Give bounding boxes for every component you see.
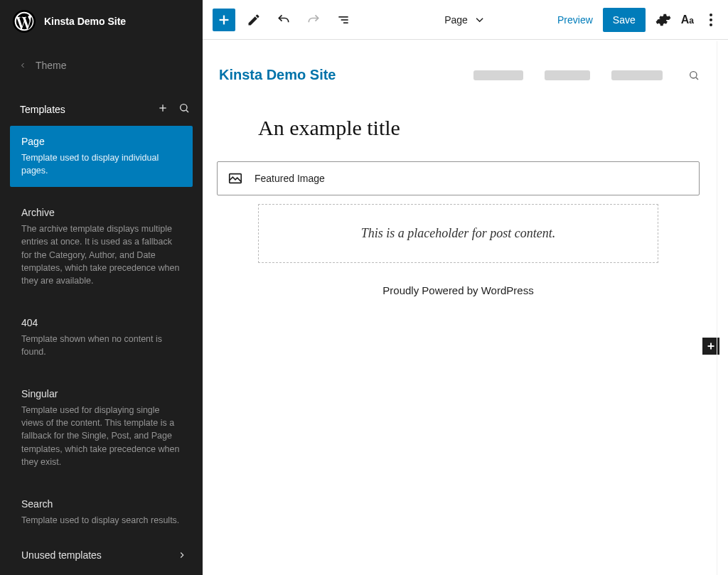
template-desc: The archive template displays multiple e… — [21, 222, 181, 287]
add-template-button[interactable] — [157, 102, 168, 116]
inserter-toggle-button[interactable] — [213, 9, 235, 31]
redo-button[interactable] — [302, 9, 325, 31]
template-item-404[interactable]: 404 Template shown when no content is fo… — [10, 307, 193, 368]
nav-item-placeholder — [545, 70, 590, 80]
featured-image-label: Featured Image — [255, 173, 325, 184]
canvas-scrollbar[interactable] — [717, 41, 728, 575]
plus-icon — [216, 12, 232, 28]
nav-item-placeholder — [611, 70, 663, 80]
editor-toolbar: Page Preview Save Aa — [203, 0, 728, 40]
redo-icon — [306, 13, 321, 27]
search-icon — [178, 102, 190, 114]
editor-canvas[interactable]: Kinsta Demo Site An example title Featur… — [203, 40, 728, 575]
save-button[interactable]: Save — [603, 8, 646, 32]
settings-button[interactable] — [655, 12, 671, 28]
pencil-icon — [247, 13, 261, 27]
template-title: Page — [21, 136, 181, 147]
editor-main: Page Preview Save Aa Kinsta Demo Site — [203, 0, 728, 575]
chevron-down-icon — [473, 14, 486, 26]
svg-point-9 — [690, 71, 697, 77]
template-title: Singular — [21, 388, 181, 399]
search-toggle-button[interactable] — [688, 70, 700, 81]
template-list: Page Template used to display individual… — [0, 126, 203, 537]
site-title-block[interactable]: Kinsta Demo Site — [219, 67, 336, 83]
template-item-page[interactable]: Page Template used to display individual… — [10, 126, 193, 187]
back-to-theme-button[interactable]: Theme — [0, 43, 203, 88]
template-desc: Template shown when no content is found. — [21, 333, 181, 358]
svg-line-3 — [186, 110, 188, 112]
list-view-icon — [336, 13, 350, 27]
back-label: Theme — [36, 60, 67, 71]
template-item-singular[interactable]: Singular Template used for displaying si… — [10, 378, 193, 478]
chevron-left-icon — [18, 61, 27, 70]
search-templates-button[interactable] — [178, 102, 190, 116]
templates-section-header: Templates — [0, 88, 203, 126]
plus-icon — [705, 340, 717, 353]
post-content-placeholder[interactable]: This is a placeholder for post content. — [258, 204, 658, 263]
template-desc: Template used to display search results. — [21, 514, 181, 527]
sidebar-header: Kinsta Demo Site — [0, 0, 203, 43]
search-icon — [688, 70, 700, 81]
preview-button[interactable]: Preview — [557, 14, 593, 26]
template-title: Search — [21, 498, 181, 510]
plus-icon — [157, 102, 168, 114]
styles-button[interactable]: Aa — [681, 14, 694, 26]
unused-templates-label: Unused templates — [21, 549, 102, 561]
svg-line-10 — [696, 77, 698, 80]
site-footer-text[interactable]: Proudly Powered by WordPress — [258, 284, 658, 296]
navigation-placeholder[interactable] — [473, 70, 700, 81]
svg-point-2 — [181, 104, 187, 111]
document-label: Page — [444, 14, 468, 26]
template-desc: Template used for displaying single view… — [21, 404, 181, 468]
document-dropdown[interactable]: Page — [444, 14, 486, 26]
nav-item-placeholder — [473, 70, 523, 80]
more-options-button[interactable] — [704, 11, 718, 29]
site-header-block[interactable]: Kinsta Demo Site — [217, 60, 700, 99]
list-view-button[interactable] — [332, 9, 355, 31]
dot-icon — [710, 14, 712, 16]
dot-icon — [710, 23, 712, 26]
dot-icon — [710, 18, 712, 21]
undo-icon — [277, 13, 291, 27]
edit-mode-button[interactable] — [242, 9, 265, 31]
gear-icon — [655, 12, 671, 28]
template-item-archive[interactable]: Archive The archive template displays mu… — [10, 197, 193, 297]
template-title: 404 — [21, 317, 181, 328]
undo-button[interactable] — [272, 9, 295, 31]
chevron-right-icon — [177, 550, 187, 560]
featured-image-icon — [228, 171, 243, 186]
wordpress-logo-icon[interactable] — [13, 10, 36, 33]
featured-image-block[interactable]: Featured Image — [217, 161, 700, 195]
site-editor-sidebar: Kinsta Demo Site Theme Templates Page Te… — [0, 0, 203, 575]
template-title: Archive — [21, 207, 181, 218]
templates-section-title: Templates — [20, 104, 65, 115]
site-title[interactable]: Kinsta Demo Site — [44, 16, 126, 27]
post-title-block[interactable]: An example title — [258, 116, 658, 140]
template-desc: Template used to display individual page… — [21, 151, 181, 177]
template-item-search[interactable]: Search Template used to display search r… — [10, 488, 193, 537]
unused-templates-button[interactable]: Unused templates — [0, 537, 203, 574]
